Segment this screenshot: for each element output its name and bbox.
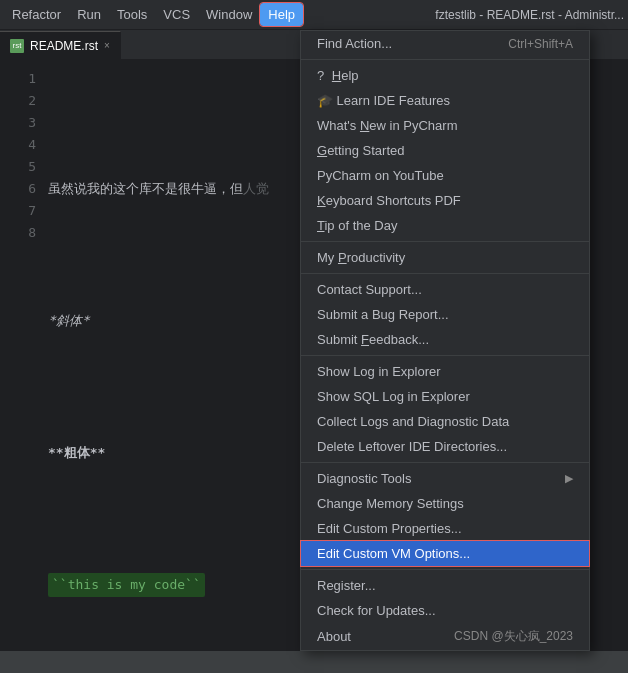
menu-whats-new[interactable]: What's New in PyCharm [301,113,589,138]
change-memory-label: Change Memory Settings [317,496,464,511]
line2-suffix: 人觉 [243,178,269,200]
menu-submit-bug[interactable]: Submit a Bug Report... [301,302,589,327]
line-num-3: 3 [4,112,36,134]
line-num-8: 8 [4,222,36,244]
menu-keyboard-shortcuts[interactable]: Keyboard Shortcuts PDF [301,188,589,213]
find-action-shortcut: Ctrl+Shift+A [508,37,573,51]
menu-register[interactable]: Register... [301,573,589,598]
sep2 [301,241,589,242]
show-sql-label: Show SQL Log in Explorer [317,389,470,404]
sep5 [301,462,589,463]
menu-show-log[interactable]: Show Log in Explorer [301,359,589,384]
menubar-window[interactable]: Window [198,3,260,26]
about-suffix: CSDN @失心疯_2023 [454,628,573,645]
menu-edit-custom-vm[interactable]: Edit Custom VM Options... [301,541,589,566]
submit-feedback-label: Submit Feedback... [317,332,429,347]
menu-getting-started[interactable]: Getting Started [301,138,589,163]
edit-props-label: Edit Custom Properties... [317,521,462,536]
line-num-1: 1 [4,68,36,90]
line-num-7: 7 [4,200,36,222]
menu-collect-logs[interactable]: Collect Logs and Diagnostic Data [301,409,589,434]
diagnostic-label: Diagnostic Tools [317,471,411,486]
menu-find-action[interactable]: Find Action... Ctrl+Shift+A [301,31,589,56]
tab-filename: README.rst [30,39,98,53]
contact-label: Contact Support... [317,282,422,297]
menu-tip[interactable]: Tip of the Day [301,213,589,238]
tip-label: Tip of the Day [317,218,397,233]
line8-code: ``this is my code`` [48,573,205,597]
line-num-4: 4 [4,134,36,156]
productivity-label: My Productivity [317,250,405,265]
menubar-refactor[interactable]: Refactor [4,3,69,26]
line2-text: 虽然说我的这个库不是很牛逼，但 [48,178,243,200]
menubar-vcs[interactable]: VCS [155,3,198,26]
submenu-arrow: ▶ [565,472,573,485]
about-label: About [317,629,351,644]
tab-close-button[interactable]: × [104,40,110,51]
tab-readme[interactable]: rst README.rst × [0,31,121,59]
find-action-label: Find Action... [317,36,392,51]
menu-check-updates[interactable]: Check for Updates... [301,598,589,623]
learn-ide-label: 🎓 Learn IDE Features [317,93,450,108]
check-updates-label: Check for Updates... [317,603,436,618]
menu-about[interactable]: About CSDN @失心疯_2023 [301,623,589,650]
menu-my-productivity[interactable]: My Productivity [301,245,589,270]
delete-leftover-label: Delete Leftover IDE Directories... [317,439,507,454]
menu-learn-ide[interactable]: 🎓 Learn IDE Features [301,88,589,113]
menu-delete-leftover[interactable]: Delete Leftover IDE Directories... [301,434,589,459]
line-numbers: 1 2 3 4 5 6 7 8 [0,60,40,651]
line6-bold: **粗体** [48,442,105,464]
whats-new-label: What's New in PyCharm [317,118,457,133]
menu-contact-support[interactable]: Contact Support... [301,277,589,302]
menu-change-memory[interactable]: Change Memory Settings [301,491,589,516]
help-dropdown: Find Action... Ctrl+Shift+A ? Help 🎓 Lea… [300,30,590,651]
youtube-label: PyCharm on YouTube [317,168,444,183]
window-title: fztestlib - README.rst - Administr... [435,8,624,22]
line-num-6: 6 [4,178,36,200]
sep4 [301,355,589,356]
menu-youtube[interactable]: PyCharm on YouTube [301,163,589,188]
line-num-2: 2 [4,90,36,112]
menu-submit-feedback[interactable]: Submit Feedback... [301,327,589,352]
help-label: ? Help [317,68,359,83]
menubar-help[interactable]: Help [260,3,303,26]
rst-file-icon: rst [10,39,24,53]
menu-show-sql-log[interactable]: Show SQL Log in Explorer [301,384,589,409]
sep6 [301,569,589,570]
menubar-run[interactable]: Run [69,3,109,26]
menu-edit-custom-props[interactable]: Edit Custom Properties... [301,516,589,541]
menubar-tools[interactable]: Tools [109,3,155,26]
submit-bug-label: Submit a Bug Report... [317,307,449,322]
register-label: Register... [317,578,376,593]
menu-diagnostic-tools[interactable]: Diagnostic Tools ▶ [301,466,589,491]
line-num-5: 5 [4,156,36,178]
menu-help[interactable]: ? Help [301,63,589,88]
menubar: Refactor Run Tools VCS Window Help fztes… [0,0,628,30]
edit-vm-label: Edit Custom VM Options... [317,546,470,561]
collect-logs-label: Collect Logs and Diagnostic Data [317,414,509,429]
sep1 [301,59,589,60]
show-log-label: Show Log in Explorer [317,364,441,379]
getting-started-label: Getting Started [317,143,404,158]
statusbar [0,651,628,673]
keyboard-label: Keyboard Shortcuts PDF [317,193,461,208]
sep3 [301,273,589,274]
line4-italic: *斜体* [48,310,90,332]
